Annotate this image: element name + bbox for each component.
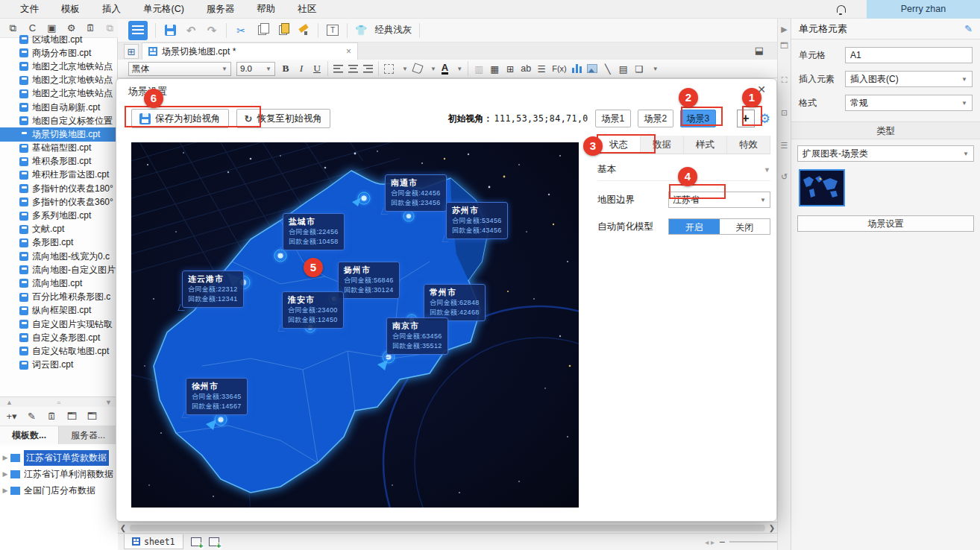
add-grid-sheet-icon[interactable] xyxy=(191,537,201,546)
panel-splitter[interactable]: ▲=▼ xyxy=(0,396,118,407)
underline-button[interactable]: U xyxy=(312,63,322,75)
cut-icon[interactable]: ✂ xyxy=(234,24,248,37)
cell-style-icon[interactable]: ❏ xyxy=(634,63,644,75)
align-left-icon[interactable] xyxy=(333,65,343,73)
collapse-arrow-icon[interactable]: ▶ xyxy=(779,23,791,35)
expand-arrow-icon[interactable]: ▶ xyxy=(0,470,10,478)
close-tab-icon[interactable]: × xyxy=(346,46,351,57)
scene-1-button[interactable]: 场景1 xyxy=(595,110,631,127)
cell-format-icon[interactable]: ⊞ xyxy=(505,63,515,75)
border-icon[interactable] xyxy=(384,64,394,74)
align-right-icon[interactable] xyxy=(363,65,373,73)
dataset-item[interactable]: ▶ 江苏省订单货款数据 xyxy=(0,449,118,466)
save-icon[interactable] xyxy=(163,24,177,37)
document-tab[interactable]: 场景切换地图.cpt * × xyxy=(142,42,358,60)
text-ab-icon[interactable]: ab xyxy=(521,63,531,74)
horizontal-scrollbar[interactable]: ❮ ❯ xyxy=(118,522,777,533)
file-item[interactable]: 地图之北京地铁站点 xyxy=(0,74,118,87)
file-item[interactable]: 纵向框架图.cpt xyxy=(0,304,118,317)
menu-item[interactable]: 插入 xyxy=(91,0,132,19)
add-dataset-button[interactable]: +▾ xyxy=(6,411,17,422)
font-color-icon[interactable]: A xyxy=(442,63,448,75)
dataset-item[interactable]: ▶ 全国门店分布数据 xyxy=(0,482,118,499)
insert-image-icon[interactable] xyxy=(587,64,597,73)
file-item[interactable]: 多指针的仪表盘360° xyxy=(0,195,118,209)
scene-chart-thumbnail[interactable] xyxy=(799,169,845,206)
file-item[interactable]: 文献.cpt xyxy=(0,223,118,236)
fill-color-icon[interactable] xyxy=(412,63,423,74)
menu-item[interactable]: 单元格(C) xyxy=(132,0,195,19)
paste-icon[interactable] xyxy=(276,24,289,37)
file-item[interactable]: 堆积柱形雷达图.cpt xyxy=(0,168,118,182)
scene-settings-button[interactable]: 场景设置 xyxy=(797,215,974,232)
settings-doc-icon[interactable]: ⚙ xyxy=(66,22,77,34)
float-element-icon[interactable]: ⛶ xyxy=(779,74,791,86)
new-tab-icon[interactable]: ⊞ xyxy=(124,44,139,59)
tab-style[interactable]: 样式 xyxy=(684,136,727,154)
sheet-tab[interactable]: sheet1 xyxy=(124,534,183,549)
theme-icon[interactable]: 👕 xyxy=(355,25,367,36)
preview-dataset-icon[interactable]: 🗔 xyxy=(66,411,78,422)
rows-icon[interactable]: ☰ xyxy=(536,63,547,75)
file-item[interactable]: 流向地图-自定义图片 xyxy=(0,263,118,276)
template-icon[interactable]: ▣ xyxy=(46,22,57,34)
file-item[interactable]: 多系列地图.cpt xyxy=(0,209,118,222)
panel-export-icon[interactable]: ⬓ xyxy=(755,45,764,56)
formula-icon[interactable]: F(x) xyxy=(552,64,567,73)
history-icon[interactable]: ↺ xyxy=(779,171,791,183)
file-item[interactable]: 百分比堆积条形图.c xyxy=(0,291,118,304)
file-item[interactable]: 流向地图-线宽为0.c xyxy=(0,250,118,263)
zoom-out-button[interactable]: − xyxy=(719,536,725,548)
file-item[interactable]: 商场分布图.cpt xyxy=(0,46,118,60)
scrollbar-thumb[interactable] xyxy=(130,525,765,531)
file-item[interactable]: 区域地图.cpt xyxy=(0,33,118,46)
undo-icon[interactable]: ↶ xyxy=(184,24,198,37)
edit-dataset-icon[interactable]: ✎ xyxy=(26,411,37,422)
delete-dataset-icon[interactable]: 🗓 xyxy=(46,411,57,422)
dataset-item[interactable]: ▶ 江苏省订单利润额数据 xyxy=(0,466,118,482)
format-painter-icon[interactable] xyxy=(297,24,310,37)
scene-2-button[interactable]: 场景2 xyxy=(638,110,673,127)
bold-button[interactable]: B xyxy=(280,63,291,75)
font-family-select[interactable]: 黑体▼ xyxy=(128,62,231,76)
file-item[interactable]: 地图之北京地铁站点 xyxy=(0,60,118,73)
file-item[interactable]: 流向地图.cpt xyxy=(0,276,118,290)
condition-icon[interactable]: ⊡ xyxy=(779,107,791,118)
scene-map-preview[interactable]: 南通市 合同金额:42456 回款金额:23456 苏州市 合同金额:53456… xyxy=(131,142,579,508)
file-item[interactable]: 条形图.cpt xyxy=(0,236,118,250)
text-search-icon[interactable]: T xyxy=(326,24,339,37)
copy-icon[interactable] xyxy=(255,24,268,37)
add-form-sheet-icon[interactable] xyxy=(209,537,219,546)
theme-name[interactable]: 经典浅灰 xyxy=(374,24,412,37)
chart-type-select[interactable]: 扩展图表-场景类▼ xyxy=(797,145,974,162)
file-item[interactable]: 地图之北京地铁站点 xyxy=(0,87,118,101)
toggle-on-button[interactable]: 开启 xyxy=(669,219,720,234)
file-item[interactable]: 多指针的仪表盘180° xyxy=(0,182,118,195)
cell-ref-input[interactable] xyxy=(845,47,973,63)
report-block-icon[interactable]: ▤ xyxy=(618,63,629,75)
menu-item[interactable]: 模板 xyxy=(50,0,91,19)
insert-chart-icon[interactable] xyxy=(572,64,582,73)
menu-item[interactable]: 帮助 xyxy=(245,0,286,19)
redo-icon[interactable]: ↷ xyxy=(205,24,219,37)
insert-element-select[interactable]: 插入图表(C)▼ xyxy=(845,71,973,87)
file-item[interactable]: 地图自定义标签位置 xyxy=(0,114,118,127)
sheet-prev-icon[interactable]: ◂ ▸ xyxy=(705,538,714,546)
file-item[interactable]: 地图自动刷新.cpt xyxy=(0,101,118,114)
refresh-icon[interactable]: C xyxy=(27,22,38,34)
toggle-off-button[interactable]: 关闭 xyxy=(720,219,770,234)
expand-arrow-icon[interactable]: ▶ xyxy=(0,487,10,494)
tab-server-data[interactable]: 服务器... xyxy=(59,426,118,444)
expand-arrow-icon[interactable]: ▶ xyxy=(0,454,10,461)
format-select[interactable]: 常规▼ xyxy=(845,95,973,111)
file-item[interactable]: 自定义图片实现钻取 xyxy=(0,317,118,331)
scroll-left-icon[interactable]: ❮ xyxy=(118,524,128,532)
menu-item[interactable]: 文件 xyxy=(9,0,50,19)
file-item[interactable]: 堆积条形图.cpt xyxy=(0,155,118,168)
new-folder-icon[interactable]: ⧉ xyxy=(7,22,19,34)
tab-template-data[interactable]: 模板数... xyxy=(0,426,59,444)
delete-icon[interactable]: 🗓 xyxy=(85,22,96,34)
user-name[interactable]: Perry zhan xyxy=(867,0,980,19)
font-size-select[interactable]: 9.0▼ xyxy=(236,62,275,76)
align-center-icon[interactable] xyxy=(348,65,358,73)
